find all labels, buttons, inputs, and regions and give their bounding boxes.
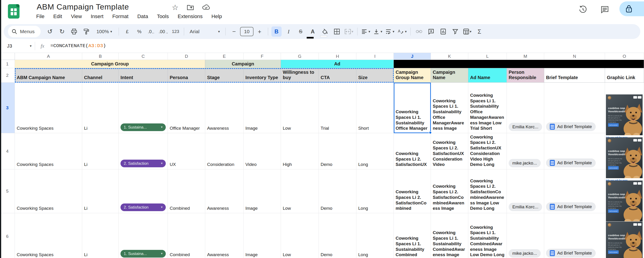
cell-J4[interactable]: Coworking Spaces Li 2. SatisfactionUX — [394, 133, 431, 169]
brief-template-chip[interactable]: Ad Brief Template — [546, 158, 596, 167]
decrease-font-size-button[interactable]: − — [229, 26, 239, 37]
cell-J3[interactable]: Coworking Spaces Li 1. Sustainability Of… — [394, 83, 431, 133]
cell-H4[interactable]: Demo — [319, 133, 356, 169]
cloud-check-icon[interactable] — [202, 4, 210, 10]
field-header-ad-name[interactable]: Ad Name — [468, 68, 507, 83]
percent-format-button[interactable]: % — [134, 26, 144, 37]
cell-D6[interactable]: Combined — [168, 213, 205, 258]
insert-link-button[interactable] — [414, 26, 424, 37]
vertical-align-button[interactable]: ▾ — [373, 26, 383, 37]
field-header-brief-template[interactable]: Brief Template — [544, 68, 605, 83]
cell-J6[interactable]: Coworking Spaces Li 1. Sustainability Co… — [394, 213, 431, 258]
cell-A3[interactable]: Coworking Spaces — [15, 83, 82, 133]
cell-G6[interactable]: Low — [281, 213, 319, 258]
move-folder-icon[interactable] — [187, 4, 194, 10]
decrease-decimals-button[interactable]: .0← — [146, 26, 156, 37]
zoom-select[interactable]: 100% ▾ — [93, 26, 116, 37]
field-header-persona[interactable]: Persona — [168, 68, 205, 83]
menu-insert[interactable]: Insert — [91, 13, 104, 19]
brief-template-chip[interactable]: Ad Brief Template — [546, 249, 596, 258]
column-header-A[interactable]: A — [15, 53, 82, 60]
cell-D3[interactable]: Office Manager — [168, 83, 205, 133]
field-header-inventory-type[interactable]: Inventory Type — [244, 68, 281, 83]
cell-D4[interactable]: UX — [168, 133, 205, 169]
brief-template-chip[interactable]: Ad Brief Template — [546, 122, 596, 131]
increase-decimals-button[interactable]: .00→ — [158, 26, 168, 37]
column-header-F[interactable]: F — [244, 53, 281, 60]
cell-C6[interactable]: 1. Sustaina...▾ — [119, 213, 168, 258]
bold-button[interactable]: B — [272, 26, 282, 37]
ad-preview-image[interactable]: coobitoo nopVooobtcooditMla rlw ty qobsu… — [606, 181, 642, 221]
intent-dropdown-pill[interactable]: 1. Sustaina...▾ — [120, 123, 166, 131]
cell-B3[interactable]: Li — [82, 83, 119, 133]
font-family-select[interactable]: Arial ▾ — [187, 26, 222, 37]
menu-extensions[interactable]: Extensions — [178, 13, 203, 19]
table-views-button[interactable]: ▾ — [462, 26, 472, 37]
undo-button[interactable]: ↺ — [45, 26, 55, 37]
column-header-L[interactable]: L — [468, 53, 507, 60]
cell-F3[interactable]: Image — [244, 83, 281, 133]
menu-format[interactable]: Format — [112, 13, 128, 19]
cell-L5[interactable]: Coworking Spaces Li 2. SatisfactionCombi… — [468, 169, 507, 213]
cell-M4[interactable]: mike.jacko... — [507, 133, 544, 169]
ad-preview-card[interactable]: coobitoo nopVooobtcooditMla rlw ty qobsu… — [606, 181, 642, 227]
more-formats-button[interactable]: 123 — [170, 26, 180, 37]
menu-tools[interactable]: Tools — [157, 13, 169, 19]
document-title[interactable]: ABM Campaign Template — [37, 2, 129, 11]
cell-I4[interactable]: Long — [356, 133, 394, 169]
redo-button[interactable]: ↻ — [57, 26, 67, 37]
cell-C4[interactable]: 2. Satisfaction▾ — [119, 133, 168, 169]
cell-A6[interactable]: Coworking Spaces — [15, 213, 82, 258]
cell-G3[interactable]: Low — [281, 83, 319, 133]
cell-K6[interactable]: Coworking Spaces Li 1. Sustainability Co… — [431, 213, 468, 258]
italic-button[interactable]: I — [284, 26, 294, 37]
field-header-graphic-link[interactable]: Graphic Link — [605, 68, 644, 83]
share-button[interactable] — [620, 1, 644, 16]
ad-preview-card[interactable]: coobitoo nopVooobtcooditMla rlw ty qobsu… — [606, 137, 642, 184]
cell-D5[interactable]: Combined — [168, 169, 205, 213]
formula-input[interactable]: =CONCATENATE(A3:D3) — [50, 43, 106, 48]
cell-M6[interactable]: mike.jacko... — [507, 213, 544, 258]
column-header-G[interactable]: G — [281, 53, 319, 60]
group-header-campaign-group[interactable]: Campaign Group — [15, 60, 205, 68]
intent-dropdown-pill[interactable]: 2. Satisfaction▾ — [120, 160, 166, 167]
column-header-K[interactable]: K — [431, 53, 468, 60]
cell-E3[interactable]: Awareness — [205, 83, 244, 133]
text-wrap-button[interactable]: ▾ — [385, 26, 395, 37]
person-chip[interactable]: mike.jacko... — [509, 159, 541, 167]
cell-H5[interactable]: Demo — [319, 169, 356, 213]
cell-N6[interactable]: Ad Brief Template — [544, 213, 605, 258]
cell-G5[interactable]: Low — [281, 169, 319, 213]
text-color-button[interactable]: A — [308, 26, 318, 37]
cell-N5[interactable]: Ad Brief Template — [544, 169, 605, 213]
column-header-E[interactable]: E — [205, 53, 244, 60]
comments-icon[interactable] — [600, 5, 609, 14]
increase-font-size-button[interactable]: + — [254, 26, 265, 37]
row-header-5[interactable]: 5 — [0, 169, 15, 213]
field-header-willingness-to-buy[interactable]: Willingness to buy — [281, 68, 319, 83]
functions-button[interactable]: Σ — [474, 26, 484, 37]
cell-L4[interactable]: Coworking Spaces Li 2. SatisfactionUX Co… — [468, 133, 507, 169]
version-history-icon[interactable] — [578, 5, 587, 14]
print-button[interactable] — [69, 26, 79, 37]
create-filter-button[interactable] — [450, 26, 460, 37]
intent-dropdown-pill[interactable]: 2. Satisfaction▾ — [120, 204, 166, 211]
cell-H3[interactable]: Trial — [319, 83, 356, 133]
field-header-campaign-name[interactable]: Campaign Name — [431, 68, 468, 83]
column-header-O[interactable]: O — [605, 53, 644, 60]
cell-B5[interactable]: Li — [82, 169, 119, 213]
column-header-J[interactable]: J — [394, 53, 431, 60]
column-header-C[interactable]: C — [119, 53, 168, 60]
group-header-campaign[interactable]: Campaign — [205, 60, 281, 68]
cell-A4[interactable]: Coworking Spaces — [15, 133, 82, 169]
ad-preview-image[interactable]: coobitoo nopVooobtcooditMla rlw ty qobsu… — [606, 94, 642, 135]
sheets-logo-icon[interactable] — [8, 4, 20, 18]
column-header-M[interactable]: M — [507, 53, 544, 60]
cell-F5[interactable]: Image — [244, 169, 281, 213]
cell-A5[interactable]: Coworking Spaces — [15, 169, 82, 213]
intent-dropdown-pill[interactable]: 1. Sustaina...▾ — [120, 250, 166, 258]
field-header-abm-campaign-name[interactable]: ABM Campaign Name — [15, 68, 82, 83]
cell-J5[interactable]: Coworking Spaces Li 2. SatisfactionCombi… — [394, 169, 431, 213]
group-header-ad[interactable]: Ad — [281, 60, 394, 68]
strikethrough-button[interactable]: S — [296, 26, 306, 37]
